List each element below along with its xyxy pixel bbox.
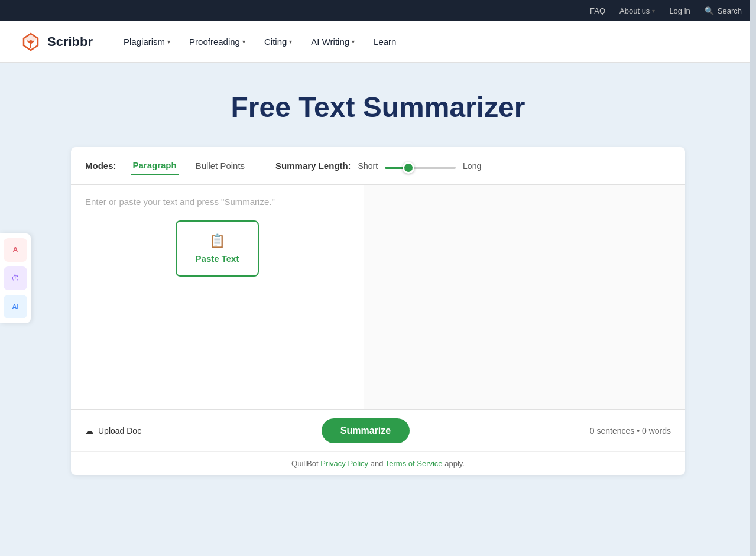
page-title: Free Text Summarizer [12, 91, 744, 123]
search-icon: 🔍 [705, 6, 714, 15]
modes-label: Modes: [85, 161, 116, 171]
sidebar-clock-btn[interactable]: ⏱ [4, 266, 27, 290]
input-placeholder: Enter or paste your text and press "Summ… [85, 197, 275, 207]
summary-length-section: Summary Length: Short Long [275, 161, 481, 171]
top-bar: FAQ About us ▾ Log in 🔍 Search [0, 0, 756, 21]
right-panel [364, 185, 685, 409]
bullet-points-mode-btn[interactable]: Bullet Points [193, 157, 247, 174]
nav-learn[interactable]: Learn [366, 32, 403, 51]
modes-bar: Modes: Paragraph Bullet Points Summary L… [71, 147, 685, 185]
logo-icon [19, 30, 43, 54]
length-slider-container [385, 161, 456, 171]
tool-wrapper: Modes: Paragraph Bullet Points Summary L… [0, 147, 756, 499]
clipboard-icon: 📋 [209, 233, 225, 249]
sidebar-grammar-btn[interactable]: A [4, 238, 27, 262]
logo[interactable]: Scribbr [19, 30, 93, 54]
paragraph-mode-btn[interactable]: Paragraph [131, 157, 179, 175]
about-us-link[interactable]: About us ▾ [619, 6, 655, 15]
login-link[interactable]: Log in [669, 6, 690, 15]
proofreading-chevron: ▾ [242, 38, 245, 45]
text-input-area[interactable]: Enter or paste your text and press "Summ… [71, 185, 364, 409]
plagiarism-chevron: ▾ [167, 38, 170, 45]
sidebar-icons: A ⏱ AI [0, 233, 31, 323]
nav-citing[interactable]: Citing ▾ [257, 32, 299, 51]
paste-text-button[interactable]: 📋 Paste Text [176, 220, 259, 277]
sidebar-ai-btn[interactable]: AI [4, 295, 27, 318]
nav-ai-writing[interactable]: AI Writing ▾ [304, 32, 362, 51]
upload-doc-button[interactable]: ☁ Upload Doc [85, 426, 141, 435]
ai-writing-chevron: ▾ [352, 38, 355, 45]
footer-note: QuillBot Privacy Policy and Terms of Ser… [71, 451, 685, 475]
clock-icon: ⏱ [11, 274, 20, 283]
paste-btn-wrapper: 📋 Paste Text [85, 220, 349, 277]
summary-length-label: Summary Length: [275, 161, 351, 171]
logo-text: Scribbr [47, 34, 93, 50]
length-slider[interactable] [385, 167, 456, 169]
citing-chevron: ▾ [289, 38, 292, 45]
length-long-label: Long [463, 161, 481, 171]
upload-icon: ☁ [85, 426, 93, 435]
search-link[interactable]: 🔍 Search [705, 6, 742, 15]
ai-search-icon: AI [12, 303, 19, 310]
summarize-button[interactable]: Summarize [322, 418, 410, 443]
nav-items: Plagiarism ▾ Proofreading ▾ Citing ▾ AI … [116, 32, 403, 51]
nav-proofreading[interactable]: Proofreading ▾ [182, 32, 252, 51]
left-panel: Enter or paste your text and press "Summ… [71, 185, 364, 409]
tool-container: Modes: Paragraph Bullet Points Summary L… [71, 147, 685, 475]
hero-section: Free Text Summarizer [0, 63, 756, 147]
terms-link[interactable]: Terms of Service [385, 459, 443, 468]
length-short-label: Short [358, 161, 378, 171]
privacy-policy-link[interactable]: Privacy Policy [320, 459, 368, 468]
svg-point-1 [29, 40, 33, 44]
faq-link[interactable]: FAQ [590, 6, 605, 15]
about-us-chevron: ▾ [652, 8, 655, 14]
bottom-bar: ☁ Upload Doc Summarize 0 sentences • 0 w… [71, 409, 685, 451]
scrollbar[interactable] [750, 0, 756, 499]
editor-area: Enter or paste your text and press "Summ… [71, 185, 685, 409]
nav-plagiarism[interactable]: Plagiarism ▾ [116, 32, 177, 51]
main-nav: Scribbr Plagiarism ▾ Proofreading ▾ Citi… [0, 21, 756, 63]
grammar-icon: A [12, 245, 18, 254]
word-count-display: 0 sentences • 0 words [590, 426, 671, 435]
